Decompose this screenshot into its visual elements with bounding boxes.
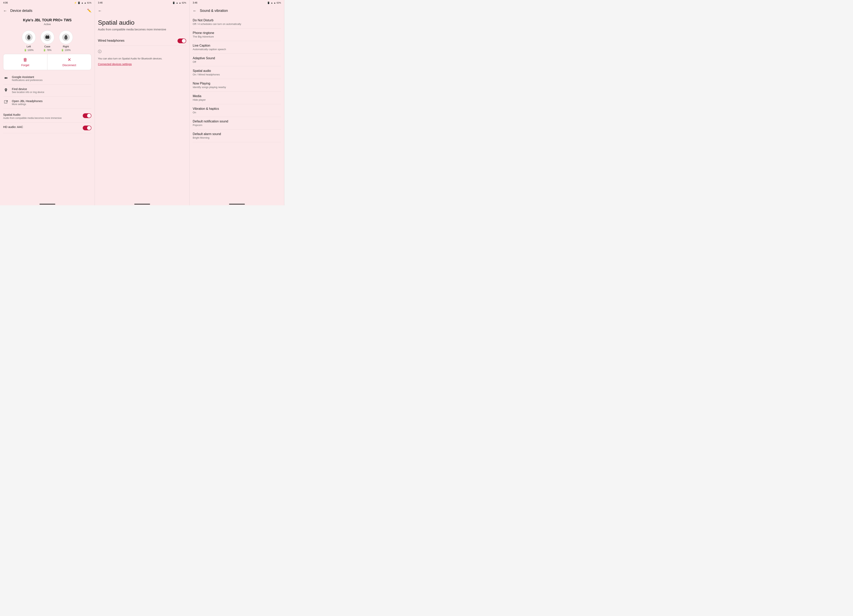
device-name: Kyle's JBL TOUR PRO+ TWS <box>3 18 91 22</box>
settings-value-3: Off <box>193 61 281 64</box>
edit-icon-1[interactable]: ✏️ <box>87 9 91 13</box>
settings-item-0[interactable]: Do Not Disturb Off / 4 schedules can tur… <box>193 16 281 29</box>
menu-title-google-assistant: Google Assistant <box>12 75 91 79</box>
settings-title-0: Do Not Disturb <box>193 18 281 22</box>
settings-title-8: Default notification sound <box>193 120 281 123</box>
wifi-icon: ▲ <box>81 2 83 4</box>
earbuds-row: Left 🔋 100% Case 🔋 78% <box>3 30 91 52</box>
settings-value-4: On / Wired headphones <box>193 73 281 76</box>
svg-rect-6 <box>48 35 49 36</box>
wifi-icon-3: ▲ <box>271 2 273 4</box>
menu-text-find-device: Find device See location info or ring de… <box>12 87 91 94</box>
back-button-2[interactable]: ← <box>98 9 102 13</box>
disconnect-label: Disconnect <box>62 64 76 67</box>
toggle-switch-spatial[interactable] <box>83 113 91 118</box>
settings-item-9[interactable]: Default alarm sound Bright Morning <box>193 129 281 142</box>
svg-point-10 <box>5 77 6 79</box>
wired-headphones-row: Wired headphones <box>98 36 186 46</box>
panel2-content: Spatial audio Audio from compatible medi… <box>95 16 189 202</box>
earbud-right-label: Right <box>63 45 69 48</box>
toggle-title-hd: HD audio: AAC <box>3 125 80 129</box>
wired-headphones-label: Wired headphones <box>98 39 124 42</box>
settings-item-6[interactable]: Media Hide player <box>193 92 281 104</box>
device-status: Active <box>3 23 91 26</box>
forget-button[interactable]: 🗑 Forget <box>3 54 47 70</box>
vibrate-icon-3: 📳 <box>267 2 270 4</box>
menu-subtitle-open-jbl: More settings <box>12 103 91 106</box>
settings-item-8[interactable]: Default notification sound Popcorn <box>193 117 281 129</box>
info-row: ⓘ <box>98 46 186 57</box>
settings-item-2[interactable]: Live Caption Automatically caption speec… <box>193 41 281 54</box>
toggle-title-spatial: Spatial Audio <box>3 113 80 116</box>
toggle-switch-hd[interactable] <box>83 126 91 130</box>
panel-device-details: 4:06 ⚡ 📳 ▲ ▲ 61% ← Device details ✏️ Kyl… <box>0 0 95 205</box>
toggle-hd-audio: HD audio: AAC <box>3 123 91 133</box>
back-button-1[interactable]: ← <box>3 9 7 13</box>
earbud-left-battery: 🔋 100% <box>24 49 33 52</box>
status-icons-2: 📳 ▲ ▲ 62% <box>172 2 186 4</box>
menu-subtitle-google-assistant: Notifications and preferences <box>12 79 91 82</box>
panel-spatial-audio: 3:46 📳 ▲ ▲ 62% ← Spatial audio Audio fro… <box>95 0 190 205</box>
top-bar-3: ← Sound & vibration <box>190 6 284 16</box>
menu-title-open-jbl: Open JBL Headphones <box>12 99 91 103</box>
settings-item-3[interactable]: Adaptive Sound Off <box>193 54 281 66</box>
status-icons-1: ⚡ 📳 ▲ ▲ 61% <box>74 2 91 4</box>
settings-list: Do Not Disturb Off / 4 schedules can tur… <box>193 16 281 142</box>
earbud-case-label: Case <box>44 45 50 48</box>
earbud-right-battery: 🔋 100% <box>61 49 71 52</box>
disconnect-button[interactable]: ✕ Disconnect <box>47 54 91 70</box>
info-text: You can also turn on Spatial Audio for B… <box>98 57 186 60</box>
signal-icon-2: ▲ <box>179 2 181 4</box>
svg-rect-12 <box>5 100 7 103</box>
find-device-icon <box>3 88 9 93</box>
status-bar-2: 3:46 📳 ▲ ▲ 62% <box>95 0 189 6</box>
settings-item-4[interactable]: Spatial audio On / Wired headphones <box>193 66 281 79</box>
earbud-case-icon <box>41 30 54 44</box>
earbud-case: Case 🔋 78% <box>41 30 54 52</box>
spatial-audio-title: Spatial audio <box>98 19 186 26</box>
settings-value-7: On <box>193 111 281 114</box>
menu-item-open-jbl[interactable]: Open JBL Headphones More settings <box>3 97 91 109</box>
panel-sound-vibration: 3:46 📳 ▲ ▲ 62% ← Sound & vibration Do No… <box>190 0 284 205</box>
menu-item-find-device[interactable]: Find device See location info or ring de… <box>3 85 91 97</box>
svg-rect-4 <box>46 36 49 39</box>
back-button-3[interactable]: ← <box>193 9 197 13</box>
spatial-audio-desc: Audio from compatible media becomes more… <box>98 28 186 31</box>
settings-title-4: Spatial audio <box>193 69 281 73</box>
time-2: 3:46 <box>98 2 102 4</box>
bottom-indicator-2 <box>134 204 150 205</box>
menu-subtitle-find-device: See location info or ring device <box>12 91 91 94</box>
settings-value-1: The Big Adventure <box>193 35 281 38</box>
toggle-text-hd: HD audio: AAC <box>3 125 80 129</box>
page-title-3: Sound & vibration <box>200 9 281 13</box>
status-icons-3: 📳 ▲ ▲ 62% <box>267 2 281 4</box>
settings-item-7[interactable]: Vibration & haptics On <box>193 104 281 117</box>
wired-headphones-toggle[interactable] <box>178 38 186 43</box>
settings-title-6: Media <box>193 94 281 98</box>
settings-value-0: Off / 4 schedules can turn on automatica… <box>193 23 281 26</box>
settings-item-5[interactable]: Now Playing Identify songs playing nearb… <box>193 79 281 92</box>
svg-rect-5 <box>46 35 47 36</box>
top-bar-1: ← Device details ✏️ <box>0 6 94 16</box>
status-bar-3: 3:46 📳 ▲ ▲ 62% <box>190 0 284 6</box>
toggle-text-spatial: Spatial Audio Audio from compatible medi… <box>3 113 80 120</box>
forget-label: Forget <box>21 64 29 67</box>
time-3: 3:46 <box>193 2 197 4</box>
time-1: 4:06 <box>3 2 8 4</box>
action-buttons: 🗑 Forget ✕ Disconnect <box>3 54 91 70</box>
settings-value-6: Hide player <box>193 98 281 101</box>
connected-devices-link[interactable]: Connected devices settings <box>98 62 132 66</box>
device-header: Kyle's JBL TOUR PRO+ TWS Active <box>3 16 91 28</box>
menu-text-google-assistant: Google Assistant Notifications and prefe… <box>12 75 91 82</box>
earbud-right: Right 🔋 100% <box>59 30 73 52</box>
earbud-right-icon <box>59 30 73 44</box>
panel1-content: Kyle's JBL TOUR PRO+ TWS Active Left 🔋 1… <box>0 16 94 202</box>
battery-1: 61% <box>87 2 91 4</box>
menu-item-google-assistant[interactable]: Google Assistant Notifications and prefe… <box>3 73 91 85</box>
settings-item-1[interactable]: Phone ringtone The Big Adventure <box>193 29 281 41</box>
battery-3: 62% <box>277 2 281 4</box>
status-bar-1: 4:06 ⚡ 📳 ▲ ▲ 61% <box>0 0 94 6</box>
settings-value-9: Bright Morning <box>193 136 281 139</box>
signal-icon: ▲ <box>84 2 86 4</box>
open-jbl-icon <box>3 100 9 105</box>
